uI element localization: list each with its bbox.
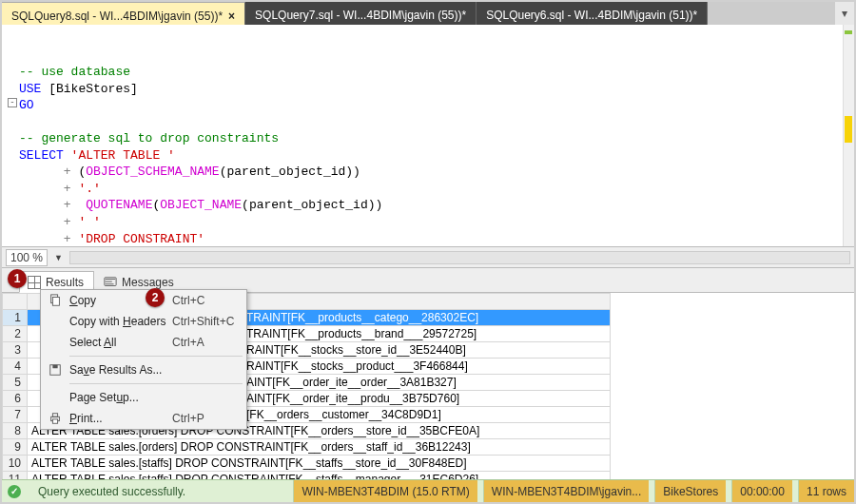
tab-label: Messages <box>122 276 174 289</box>
status-message: Query executed successfully. <box>30 480 193 502</box>
scroll-marker-icon <box>845 116 852 143</box>
code-line: + <box>64 198 71 212</box>
editor-tabs: SQLQuery8.sql - WI...4BDIM\jgavin (55))*… <box>2 2 854 25</box>
menu-separator <box>69 383 243 384</box>
annotation-badge-1: 1 <box>8 269 27 288</box>
print-icon <box>41 412 69 425</box>
menu-item-print[interactable]: Print... Ctrl+P <box>41 408 246 429</box>
row-number: 4 <box>3 359 28 375</box>
tabs-overflow-icon[interactable]: ▾ <box>835 2 854 25</box>
grid-icon <box>28 276 41 289</box>
tab-label: Results <box>46 276 84 289</box>
status-bar: ✓ Query executed successfully. WIN-MBEN3… <box>2 479 854 502</box>
code-line: QUOTENAME <box>86 198 152 212</box>
tab-query8[interactable]: SQLQuery8.sql - WI...4BDIM\jgavin (55))*… <box>2 2 245 25</box>
close-icon[interactable]: × <box>228 10 235 23</box>
sql-editor[interactable]: - -- use database USE [BikeStores] GO --… <box>2 25 854 247</box>
menu-label: Select All <box>69 336 172 349</box>
menu-shortcut: Ctrl+Shift+C <box>172 315 246 328</box>
code-line: OBJECT_NAME <box>160 198 242 212</box>
status-time: 00:00:00 <box>731 480 792 502</box>
menu-label: Print... <box>69 412 172 425</box>
menu-separator <box>69 356 243 357</box>
zoom-label: 100 % <box>10 251 43 264</box>
row-number: 3 <box>3 342 28 359</box>
row-number: 6 <box>3 391 28 407</box>
code-line: (parent_object_id)) <box>220 165 360 179</box>
code-line: + <box>64 232 71 246</box>
scroll-marker-icon <box>845 30 852 34</box>
menu-item-copy-headers[interactable]: Copy with Headers Ctrl+Shift+C <box>41 311 246 332</box>
code-line: SELECT <box>19 148 64 163</box>
table-row[interactable]: 9ALTER TABLE sales.[orders] DROP CONSTRA… <box>3 439 611 456</box>
menu-shortcut: Ctrl+P <box>172 412 246 425</box>
row-number: 10 <box>3 456 28 472</box>
context-menu: 2 Copy Ctrl+C Copy with Headers Ctrl+Shi… <box>40 289 247 430</box>
table-row[interactable]: 11ALTER TABLE sales.[staffs] DROP CONSTR… <box>3 472 611 480</box>
svg-rect-4 <box>52 365 57 369</box>
menu-shortcut: Ctrl+C <box>172 294 246 307</box>
row-number: 2 <box>3 326 28 342</box>
zoom-bar: 100 %▼ <box>2 247 854 268</box>
menu-shortcut: Ctrl+A <box>172 336 246 349</box>
cell: ALTER TABLE sales.[staffs] DROP CONSTRAI… <box>28 456 611 472</box>
svg-rect-7 <box>52 419 57 423</box>
tab-query6[interactable]: SQLQuery6.sql - WI...4BDIM\jgavin (51))* <box>477 2 708 25</box>
menu-item-select-all[interactable]: Select All Ctrl+A <box>41 332 246 353</box>
code-line: ( <box>71 165 87 179</box>
message-icon <box>104 276 117 289</box>
row-number: 8 <box>3 423 28 439</box>
code-line: ' ' <box>71 215 101 229</box>
row-number: 1 <box>3 310 28 326</box>
chevron-down-icon[interactable]: ▼ <box>51 253 66 262</box>
check-icon: ✓ <box>8 485 21 498</box>
horizontal-scrollbar[interactable] <box>69 251 850 264</box>
tab-query7[interactable]: SQLQuery7.sql - WI...4BDIM\jgavin (55))* <box>245 2 477 25</box>
code-line: + <box>64 215 71 229</box>
code-line: '.' <box>71 182 101 196</box>
code-line: 'ALTER TABLE ' <box>64 148 175 163</box>
code-line: [BikeStores] <box>41 82 137 96</box>
code-line: + <box>64 165 71 179</box>
code-line <box>71 198 87 212</box>
save-icon <box>41 363 69 377</box>
status-rows: 11 rows <box>798 480 854 502</box>
code-line: OBJECT_SCHEMA_NAME <box>86 165 219 179</box>
menu-label: Copy with Headers <box>69 315 172 328</box>
menu-label: Page Setup... <box>69 391 172 404</box>
svg-rect-6 <box>52 414 57 417</box>
tab-label: SQLQuery8.sql - WI...4BDIM\jgavin (55))* <box>11 10 223 23</box>
copy-icon <box>41 294 69 307</box>
code-line: + <box>64 182 71 196</box>
menu-item-save-results[interactable]: Save Results As... <box>41 359 246 380</box>
svg-rect-2 <box>52 298 59 306</box>
code-line: -- use database <box>19 65 130 79</box>
code-line <box>19 165 64 179</box>
status-server: WIN-MBEN3T4BDIM (15.0 RTM) <box>293 480 477 502</box>
row-number: 5 <box>3 375 28 391</box>
code-line: (parent_object_id)) <box>242 198 382 212</box>
status-database: BikeStores <box>654 480 726 502</box>
menu-label: Save Results As... <box>69 363 172 377</box>
cell: ALTER TABLE sales.[staffs] DROP CONSTRAI… <box>28 472 611 480</box>
zoom-level[interactable]: 100 % <box>6 249 48 266</box>
status-user: WIN-MBEN3T4BDIM\jgavin... <box>483 480 649 502</box>
code-line: GO <box>19 98 34 112</box>
cell: ALTER TABLE sales.[orders] DROP CONSTRAI… <box>28 439 611 456</box>
editor-scrollbar[interactable] <box>843 25 854 246</box>
code-line: USE <box>19 82 41 96</box>
row-number: 7 <box>3 407 28 423</box>
row-number: 9 <box>3 439 28 456</box>
fold-toggle-icon[interactable]: - <box>8 98 17 107</box>
annotation-badge-2: 2 <box>146 288 165 307</box>
menu-item-copy[interactable]: Copy Ctrl+C <box>41 290 246 311</box>
code-line: -- generate sql to drop constraints <box>19 131 279 145</box>
row-number: 11 <box>3 472 28 480</box>
menu-item-page-setup[interactable]: Page Setup... <box>41 387 246 408</box>
code-line: 'DROP CONSTRAINT' <box>71 232 204 246</box>
tab-label: SQLQuery7.sql - WI...4BDIM\jgavin (55))* <box>255 9 466 22</box>
table-row[interactable]: 10ALTER TABLE sales.[staffs] DROP CONSTR… <box>3 456 611 472</box>
tab-label: SQLQuery6.sql - WI...4BDIM\jgavin (51))* <box>486 9 697 22</box>
